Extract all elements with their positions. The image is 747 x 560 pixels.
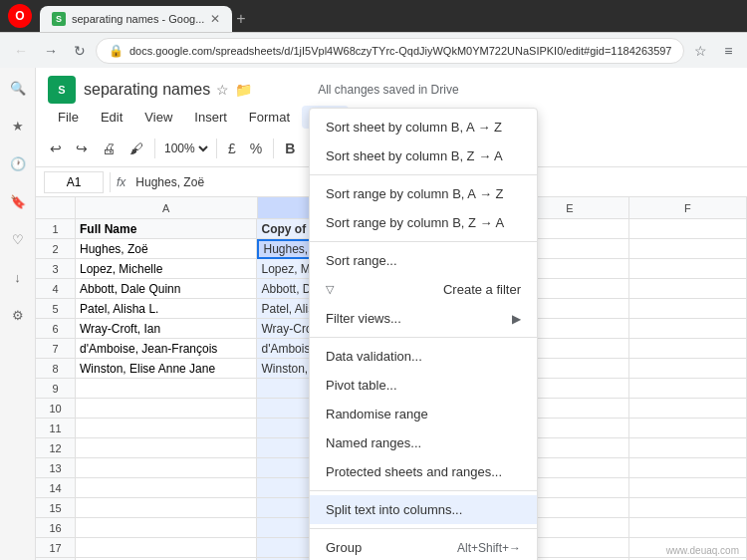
- row-num-10[interactable]: 10: [36, 399, 76, 419]
- sidebar-icon-clock[interactable]: 🕐: [6, 151, 30, 175]
- sidebar-icon-heart[interactable]: ♡: [6, 227, 30, 251]
- row-num-17[interactable]: 17: [36, 538, 76, 558]
- row-num-11[interactable]: 11: [36, 419, 76, 438]
- menu-item-format[interactable]: Format: [239, 106, 300, 129]
- row-num-2[interactable]: 2: [36, 239, 76, 259]
- row-num-15[interactable]: 15: [36, 498, 76, 518]
- cell-f7[interactable]: [629, 339, 747, 359]
- sidebar-icon-star[interactable]: ★: [6, 114, 30, 138]
- star-icon[interactable]: ☆: [216, 82, 229, 98]
- menu-item-view[interactable]: View: [134, 106, 182, 129]
- refresh-button[interactable]: ↻: [68, 37, 92, 65]
- address-bar[interactable]: 🔒 docs.google.com/spreadsheets/d/1jI5Vpl…: [96, 38, 684, 64]
- cell-f6[interactable]: [629, 319, 747, 339]
- cell-f1[interactable]: [629, 219, 747, 239]
- browser-tab[interactable]: S separating names - Goog... ✕: [40, 6, 232, 32]
- bookmark-button[interactable]: ☆: [688, 37, 713, 65]
- cell-a15[interactable]: [76, 498, 257, 518]
- menu-group[interactable]: Group Alt+Shift+→: [310, 533, 537, 560]
- undo-button[interactable]: ↩: [44, 135, 68, 162]
- menu-item-file[interactable]: File: [48, 106, 89, 129]
- forward-button[interactable]: →: [38, 37, 64, 65]
- cell-reference-input[interactable]: A1: [44, 171, 104, 193]
- cell-f14[interactable]: [629, 478, 747, 498]
- cell-f4[interactable]: [629, 279, 747, 299]
- menu-randomise-range[interactable]: Randomise range: [310, 400, 537, 428]
- cell-a7[interactable]: d'Amboise, Jean-François: [76, 339, 257, 359]
- cell-f3[interactable]: [629, 259, 747, 279]
- cell-f12[interactable]: [629, 438, 747, 458]
- menu-button[interactable]: ≡: [717, 37, 739, 65]
- sidebar-icon-bookmark[interactable]: 🔖: [6, 189, 30, 213]
- cell-f8[interactable]: [629, 359, 747, 379]
- row-num-14[interactable]: 14: [36, 478, 76, 498]
- col-header-a[interactable]: A: [76, 197, 258, 219]
- cell-a8[interactable]: Winston, Elise Anne Jane: [76, 359, 257, 379]
- menu-item-insert[interactable]: Insert: [184, 106, 237, 129]
- row-num-16[interactable]: 16: [36, 518, 76, 538]
- menu-sort-range-az[interactable]: Sort range by column B, A → Z: [310, 179, 537, 208]
- back-button[interactable]: ←: [8, 37, 34, 65]
- menu-filter-views[interactable]: Filter views... ▶: [310, 304, 537, 333]
- col-header-f[interactable]: F: [629, 197, 747, 219]
- cell-a10[interactable]: [76, 399, 257, 419]
- sidebar-icon-settings[interactable]: ⚙: [6, 303, 30, 327]
- sidebar-icon-search[interactable]: 🔍: [6, 76, 30, 100]
- menu-sort-sheet-az[interactable]: Sort sheet by column B, A → Z: [310, 113, 537, 141]
- sheets-title: separating names ☆ 📁 All changes saved i…: [84, 81, 735, 99]
- menu-create-filter[interactable]: ▽ Create a filter: [310, 275, 537, 304]
- print-button[interactable]: 🖨: [96, 135, 122, 162]
- menu-split-text[interactable]: Split text into columns...: [310, 495, 537, 524]
- cell-f15[interactable]: [629, 498, 747, 518]
- cell-a17[interactable]: [76, 538, 257, 558]
- menu-item-edit[interactable]: Edit: [91, 106, 132, 129]
- folder-icon[interactable]: 📁: [235, 82, 252, 98]
- paintformat-button[interactable]: 🖌: [124, 135, 149, 162]
- menu-pivot-table[interactable]: Pivot table...: [310, 371, 537, 400]
- cell-f2[interactable]: [629, 239, 747, 259]
- menu-divider-3: [310, 337, 537, 338]
- row-num-5[interactable]: 5: [36, 299, 76, 319]
- row-num-7[interactable]: 7: [36, 339, 76, 359]
- row-num-6[interactable]: 6: [36, 319, 76, 339]
- percent-button[interactable]: %: [244, 135, 268, 162]
- row-num-12[interactable]: 12: [36, 438, 76, 458]
- cell-a13[interactable]: [76, 458, 257, 478]
- bold-button[interactable]: B: [279, 135, 301, 162]
- cell-a5[interactable]: Patel, Alisha L.: [76, 299, 257, 319]
- row-num-3[interactable]: 3: [36, 259, 76, 279]
- menu-protected-sheets[interactable]: Protected sheets and ranges...: [310, 457, 537, 486]
- menu-sort-sheet-za[interactable]: Sort sheet by column B, Z → A: [310, 141, 537, 170]
- menu-sort-range-custom[interactable]: Sort range...: [310, 246, 537, 275]
- sidebar-icon-download[interactable]: ↓: [6, 265, 30, 289]
- cell-a4[interactable]: Abbott, Dale Quinn: [76, 279, 257, 299]
- row-num-1[interactable]: 1: [36, 219, 76, 239]
- cell-f11[interactable]: [629, 419, 747, 438]
- cell-a3[interactable]: Lopez, Michelle: [76, 259, 257, 279]
- cell-f13[interactable]: [629, 458, 747, 478]
- cell-a6[interactable]: Wray-Croft, Ian: [76, 319, 257, 339]
- cell-f16[interactable]: [629, 518, 747, 538]
- cell-f9[interactable]: [629, 379, 747, 399]
- currency-button[interactable]: £: [222, 135, 242, 162]
- row-num-13[interactable]: 13: [36, 458, 76, 478]
- zoom-select[interactable]: 100%: [160, 140, 211, 156]
- cell-f10[interactable]: [629, 399, 747, 419]
- menu-data-validation[interactable]: Data validation...: [310, 342, 537, 371]
- cell-f5[interactable]: [629, 299, 747, 319]
- new-tab-button[interactable]: +: [236, 10, 245, 28]
- row-num-9[interactable]: 9: [36, 379, 76, 399]
- row-num-4[interactable]: 4: [36, 279, 76, 299]
- menu-named-ranges[interactable]: Named ranges...: [310, 428, 537, 457]
- cell-a2[interactable]: Hughes, Zoë: [76, 239, 257, 259]
- cell-a9[interactable]: [76, 379, 257, 399]
- cell-a12[interactable]: [76, 438, 257, 458]
- cell-a16[interactable]: [76, 518, 257, 538]
- redo-button[interactable]: ↪: [70, 135, 94, 162]
- cell-a11[interactable]: [76, 419, 257, 438]
- tab-close-button[interactable]: ✕: [210, 12, 220, 26]
- cell-a1[interactable]: Full Name: [76, 219, 257, 239]
- cell-a14[interactable]: [76, 478, 257, 498]
- row-num-8[interactable]: 8: [36, 359, 76, 379]
- menu-sort-range-za[interactable]: Sort range by column B, Z → A: [310, 208, 537, 237]
